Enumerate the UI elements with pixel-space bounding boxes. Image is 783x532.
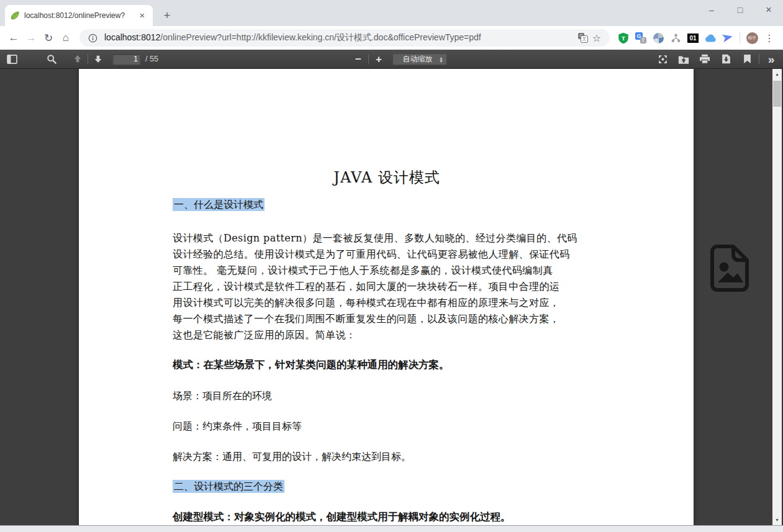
section-heading-2: 二、设计模式的三个分类 — [173, 480, 601, 493]
url-path: /onlinePreview?url=http://kkfileview.kek… — [160, 32, 481, 42]
new-tab-button[interactable]: + — [159, 7, 175, 24]
definition-problem: 问题：约束条件，项目目标等 — [173, 420, 601, 433]
translate-page-icon[interactable]: G 文 — [576, 31, 590, 45]
more-tools-icon[interactable]: » — [763, 52, 779, 67]
window-controls: – □ × — [697, 0, 783, 21]
close-button[interactable]: × — [754, 0, 783, 21]
paragraph-line: 用设计模式可以完美的解决很多问题，每种模式在现在中都有相应的原理来与之对应， — [173, 295, 601, 311]
download-icon[interactable] — [718, 52, 734, 67]
document-title: JAVA 设计模式 — [173, 167, 601, 188]
badge-01-label: 01 — [687, 34, 698, 43]
window-bottom-edge — [0, 525, 783, 532]
browser-title-bar: localhost:8012/onlinePreview? × + – □ × — [0, 0, 783, 26]
profile-avatar[interactable]: 精华 — [745, 31, 759, 45]
page-number-input[interactable] — [112, 53, 141, 65]
zoom-level-value: 自动缩放 — [396, 54, 439, 65]
extension-row: T G 文 01 — [615, 31, 778, 45]
paragraph-line: 每一个模式描述了一个在我们周围不断重复发生的问题，以及该问题的核心解决方案， — [173, 311, 601, 327]
page-info-icon[interactable] — [86, 31, 99, 45]
page-up-icon[interactable] — [70, 52, 86, 67]
paragraph-line: 设计经验的总结。使用设计模式是为了可重用代码、让代码更容易被他人理解、保证代码 — [173, 246, 601, 263]
chevrons-label: » — [768, 52, 775, 67]
pdf-toolbar: / 55 − + 自动缩放 ▲▼ — [0, 50, 783, 69]
pdf-toolbar-right: » — [654, 52, 779, 67]
avatar-label: 精华 — [746, 32, 758, 44]
presentation-mode-icon[interactable] — [654, 52, 671, 67]
highlighted-text: 二、设计模式的三个分类 — [173, 480, 284, 493]
gt-char: 文 — [640, 37, 646, 43]
definition-scene: 场景：项目所在的环境 — [173, 389, 601, 402]
url-host: localhost:8012 — [104, 32, 160, 42]
tab-close-icon[interactable]: × — [137, 10, 148, 21]
paragraph-line: 设计模式（Design pattern）是一套被反复使用、多数人知晓的、经过分类… — [173, 230, 601, 246]
sitemap-extension-icon[interactable] — [669, 31, 682, 45]
select-arrows-icon: ▲▼ — [439, 56, 443, 63]
paragraph-1: 设计模式（Design pattern）是一套被反复使用、多数人知晓的、经过分类… — [173, 230, 601, 343]
document-content: JAVA 设计模式 一、什么是设计模式 设计模式（Design pattern）… — [79, 69, 694, 524]
definition-solution: 解决方案：通用、可复用的设计，解决约束达到目标。 — [173, 450, 601, 463]
bookmark-icon[interactable] — [739, 52, 755, 67]
swirl-extension-icon[interactable] — [651, 31, 665, 45]
svg-text:T: T — [622, 34, 625, 41]
highlighted-text: 一、什么是设计模式 — [173, 198, 265, 211]
maximize-button[interactable]: □ — [726, 0, 754, 21]
vertical-scrollbar[interactable]: ▲ ▼ — [772, 69, 782, 525]
toolbar-divider — [368, 55, 369, 65]
spring-leaf-favicon-icon — [10, 11, 20, 20]
forward-icon[interactable]: → — [22, 29, 40, 47]
paragraph-line: 正工程化，设计模式是软件工程的基石，如同大厦的一块块砖石一样。项目中合理的运 — [173, 279, 601, 295]
shield-extension-icon[interactable]: T — [617, 31, 630, 45]
zoom-out-icon[interactable]: − — [350, 52, 366, 67]
pdf-viewer: JAVA 设计模式 一、什么是设计模式 设计模式（Design pattern）… — [0, 69, 783, 525]
print-icon[interactable] — [697, 52, 713, 67]
google-translate-extension-icon[interactable]: G 文 — [634, 31, 648, 45]
back-icon[interactable]: ← — [5, 29, 22, 47]
toolbar-divider — [759, 54, 759, 64]
toolbar-divider — [740, 32, 740, 43]
cloud-extension-icon[interactable] — [704, 31, 717, 45]
definition-pattern: 模式：在某些场景下，针对某类问题的某种通用的解决方案。 — [173, 358, 601, 372]
url-text[interactable]: localhost:8012/onlinePreview?url=http://… — [104, 32, 576, 43]
chrome-menu-icon[interactable]: ⋮ — [763, 31, 776, 45]
pdf-page: JAVA 设计模式 一、什么是设计模式 设计模式（Design pattern）… — [79, 69, 694, 525]
section-heading-1: 一、什么是设计模式 — [173, 199, 601, 211]
zoom-controls: − + 自动缩放 ▲▼ — [350, 50, 447, 69]
zoom-level-select[interactable]: 自动缩放 ▲▼ — [392, 53, 447, 65]
scroll-down-icon[interactable]: ▼ — [772, 515, 782, 525]
tab-title: localhost:8012/onlinePreview? — [24, 11, 132, 20]
address-bar[interactable]: localhost:8012/onlinePreview?url=http://… — [79, 29, 610, 47]
page-count-label: / 55 — [145, 55, 158, 63]
paper-plane-extension-icon[interactable] — [721, 31, 735, 45]
bookmark-star-icon[interactable]: ☆ — [590, 31, 604, 45]
minimize-button[interactable]: – — [697, 0, 726, 21]
paragraph-line: 这也是它能被广泛应用的原因。简单说： — [173, 327, 601, 343]
sidebar-toggle-icon[interactable] — [4, 52, 20, 67]
browser-tab[interactable]: localhost:8012/onlinePreview? × — [5, 5, 153, 26]
scrollbar-thumb[interactable] — [773, 81, 781, 107]
toolbar-divider — [88, 54, 88, 64]
page-down-icon[interactable] — [90, 52, 106, 67]
open-file-icon[interactable] — [676, 52, 692, 67]
translate-front-glyph: 文 — [581, 35, 588, 43]
scroll-up-icon[interactable]: ▲ — [772, 70, 782, 79]
calendar-01-extension-icon[interactable]: 01 — [686, 31, 700, 45]
zoom-in-icon[interactable]: + — [371, 52, 387, 67]
paragraph-line: 可靠性。 毫无疑问，设计模式于己于他人于系统都是多赢的，设计模式使代码编制真 — [173, 263, 601, 279]
reload-icon[interactable]: ↻ — [40, 29, 57, 47]
home-icon[interactable]: ⌂ — [57, 29, 75, 47]
browser-toolbar: ← → ↻ ⌂ localhost:8012/onlinePreview?url… — [0, 26, 783, 50]
broken-image-icon — [708, 243, 752, 294]
search-icon[interactable] — [43, 52, 60, 67]
definition-creational: 创建型模式：对象实例化的模式，创建型模式用于解耦对象的实例化过程。 — [173, 510, 601, 524]
